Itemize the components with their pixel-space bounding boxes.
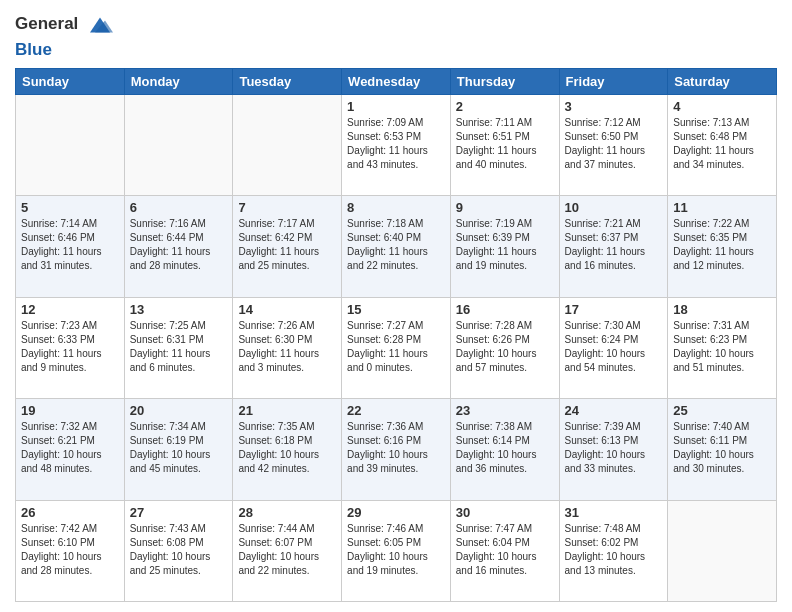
day-number: 16 (456, 302, 554, 317)
weekday-wednesday: Wednesday (342, 69, 451, 95)
day-info: Sunrise: 7:09 AM Sunset: 6:53 PM Dayligh… (347, 116, 445, 172)
day-number: 26 (21, 505, 119, 520)
day-cell: 30Sunrise: 7:47 AM Sunset: 6:04 PM Dayli… (450, 500, 559, 601)
day-number: 2 (456, 99, 554, 114)
week-row-2: 12Sunrise: 7:23 AM Sunset: 6:33 PM Dayli… (16, 297, 777, 398)
day-number: 1 (347, 99, 445, 114)
day-cell: 4Sunrise: 7:13 AM Sunset: 6:48 PM Daylig… (668, 95, 777, 196)
day-info: Sunrise: 7:48 AM Sunset: 6:02 PM Dayligh… (565, 522, 663, 578)
day-info: Sunrise: 7:28 AM Sunset: 6:26 PM Dayligh… (456, 319, 554, 375)
day-number: 15 (347, 302, 445, 317)
week-row-1: 5Sunrise: 7:14 AM Sunset: 6:46 PM Daylig… (16, 196, 777, 297)
day-info: Sunrise: 7:30 AM Sunset: 6:24 PM Dayligh… (565, 319, 663, 375)
logo-icon (85, 10, 115, 40)
day-cell (16, 95, 125, 196)
day-info: Sunrise: 7:12 AM Sunset: 6:50 PM Dayligh… (565, 116, 663, 172)
day-info: Sunrise: 7:35 AM Sunset: 6:18 PM Dayligh… (238, 420, 336, 476)
day-cell: 18Sunrise: 7:31 AM Sunset: 6:23 PM Dayli… (668, 297, 777, 398)
day-info: Sunrise: 7:44 AM Sunset: 6:07 PM Dayligh… (238, 522, 336, 578)
day-cell: 28Sunrise: 7:44 AM Sunset: 6:07 PM Dayli… (233, 500, 342, 601)
week-row-3: 19Sunrise: 7:32 AM Sunset: 6:21 PM Dayli… (16, 399, 777, 500)
day-number: 25 (673, 403, 771, 418)
day-cell: 9Sunrise: 7:19 AM Sunset: 6:39 PM Daylig… (450, 196, 559, 297)
day-number: 29 (347, 505, 445, 520)
day-cell: 7Sunrise: 7:17 AM Sunset: 6:42 PM Daylig… (233, 196, 342, 297)
weekday-sunday: Sunday (16, 69, 125, 95)
day-info: Sunrise: 7:47 AM Sunset: 6:04 PM Dayligh… (456, 522, 554, 578)
weekday-thursday: Thursday (450, 69, 559, 95)
day-number: 9 (456, 200, 554, 215)
day-cell: 2Sunrise: 7:11 AM Sunset: 6:51 PM Daylig… (450, 95, 559, 196)
day-info: Sunrise: 7:42 AM Sunset: 6:10 PM Dayligh… (21, 522, 119, 578)
day-cell: 13Sunrise: 7:25 AM Sunset: 6:31 PM Dayli… (124, 297, 233, 398)
logo: General Blue (15, 10, 115, 60)
day-number: 14 (238, 302, 336, 317)
day-cell: 29Sunrise: 7:46 AM Sunset: 6:05 PM Dayli… (342, 500, 451, 601)
day-info: Sunrise: 7:21 AM Sunset: 6:37 PM Dayligh… (565, 217, 663, 273)
day-cell: 22Sunrise: 7:36 AM Sunset: 6:16 PM Dayli… (342, 399, 451, 500)
day-cell: 16Sunrise: 7:28 AM Sunset: 6:26 PM Dayli… (450, 297, 559, 398)
day-info: Sunrise: 7:27 AM Sunset: 6:28 PM Dayligh… (347, 319, 445, 375)
day-cell: 14Sunrise: 7:26 AM Sunset: 6:30 PM Dayli… (233, 297, 342, 398)
day-info: Sunrise: 7:19 AM Sunset: 6:39 PM Dayligh… (456, 217, 554, 273)
day-info: Sunrise: 7:26 AM Sunset: 6:30 PM Dayligh… (238, 319, 336, 375)
logo-general: General (15, 14, 78, 33)
day-cell: 24Sunrise: 7:39 AM Sunset: 6:13 PM Dayli… (559, 399, 668, 500)
day-info: Sunrise: 7:40 AM Sunset: 6:11 PM Dayligh… (673, 420, 771, 476)
day-cell: 1Sunrise: 7:09 AM Sunset: 6:53 PM Daylig… (342, 95, 451, 196)
day-info: Sunrise: 7:23 AM Sunset: 6:33 PM Dayligh… (21, 319, 119, 375)
day-info: Sunrise: 7:34 AM Sunset: 6:19 PM Dayligh… (130, 420, 228, 476)
day-number: 22 (347, 403, 445, 418)
day-number: 3 (565, 99, 663, 114)
day-cell: 5Sunrise: 7:14 AM Sunset: 6:46 PM Daylig… (16, 196, 125, 297)
day-number: 10 (565, 200, 663, 215)
day-info: Sunrise: 7:22 AM Sunset: 6:35 PM Dayligh… (673, 217, 771, 273)
day-cell: 3Sunrise: 7:12 AM Sunset: 6:50 PM Daylig… (559, 95, 668, 196)
day-cell: 19Sunrise: 7:32 AM Sunset: 6:21 PM Dayli… (16, 399, 125, 500)
day-cell: 15Sunrise: 7:27 AM Sunset: 6:28 PM Dayli… (342, 297, 451, 398)
weekday-tuesday: Tuesday (233, 69, 342, 95)
day-info: Sunrise: 7:18 AM Sunset: 6:40 PM Dayligh… (347, 217, 445, 273)
week-row-0: 1Sunrise: 7:09 AM Sunset: 6:53 PM Daylig… (16, 95, 777, 196)
day-info: Sunrise: 7:36 AM Sunset: 6:16 PM Dayligh… (347, 420, 445, 476)
day-info: Sunrise: 7:11 AM Sunset: 6:51 PM Dayligh… (456, 116, 554, 172)
header: General Blue (15, 10, 777, 60)
day-info: Sunrise: 7:17 AM Sunset: 6:42 PM Dayligh… (238, 217, 336, 273)
day-cell: 31Sunrise: 7:48 AM Sunset: 6:02 PM Dayli… (559, 500, 668, 601)
day-number: 7 (238, 200, 336, 215)
day-number: 21 (238, 403, 336, 418)
week-row-4: 26Sunrise: 7:42 AM Sunset: 6:10 PM Dayli… (16, 500, 777, 601)
day-info: Sunrise: 7:31 AM Sunset: 6:23 PM Dayligh… (673, 319, 771, 375)
day-number: 18 (673, 302, 771, 317)
day-info: Sunrise: 7:13 AM Sunset: 6:48 PM Dayligh… (673, 116, 771, 172)
day-info: Sunrise: 7:14 AM Sunset: 6:46 PM Dayligh… (21, 217, 119, 273)
day-cell: 23Sunrise: 7:38 AM Sunset: 6:14 PM Dayli… (450, 399, 559, 500)
day-info: Sunrise: 7:39 AM Sunset: 6:13 PM Dayligh… (565, 420, 663, 476)
day-cell (668, 500, 777, 601)
weekday-header-row: SundayMondayTuesdayWednesdayThursdayFrid… (16, 69, 777, 95)
day-number: 19 (21, 403, 119, 418)
day-cell: 26Sunrise: 7:42 AM Sunset: 6:10 PM Dayli… (16, 500, 125, 601)
day-cell: 12Sunrise: 7:23 AM Sunset: 6:33 PM Dayli… (16, 297, 125, 398)
weekday-friday: Friday (559, 69, 668, 95)
day-cell: 6Sunrise: 7:16 AM Sunset: 6:44 PM Daylig… (124, 196, 233, 297)
day-number: 8 (347, 200, 445, 215)
day-number: 11 (673, 200, 771, 215)
day-number: 17 (565, 302, 663, 317)
calendar: SundayMondayTuesdayWednesdayThursdayFrid… (15, 68, 777, 602)
day-number: 12 (21, 302, 119, 317)
day-number: 6 (130, 200, 228, 215)
page: General Blue SundayMondayTuesdayWednesda… (0, 0, 792, 612)
day-cell: 8Sunrise: 7:18 AM Sunset: 6:40 PM Daylig… (342, 196, 451, 297)
day-cell: 17Sunrise: 7:30 AM Sunset: 6:24 PM Dayli… (559, 297, 668, 398)
day-cell: 25Sunrise: 7:40 AM Sunset: 6:11 PM Dayli… (668, 399, 777, 500)
day-number: 24 (565, 403, 663, 418)
day-info: Sunrise: 7:16 AM Sunset: 6:44 PM Dayligh… (130, 217, 228, 273)
day-info: Sunrise: 7:25 AM Sunset: 6:31 PM Dayligh… (130, 319, 228, 375)
day-number: 30 (456, 505, 554, 520)
day-cell: 21Sunrise: 7:35 AM Sunset: 6:18 PM Dayli… (233, 399, 342, 500)
day-number: 23 (456, 403, 554, 418)
day-cell: 10Sunrise: 7:21 AM Sunset: 6:37 PM Dayli… (559, 196, 668, 297)
day-number: 27 (130, 505, 228, 520)
day-cell: 20Sunrise: 7:34 AM Sunset: 6:19 PM Dayli… (124, 399, 233, 500)
